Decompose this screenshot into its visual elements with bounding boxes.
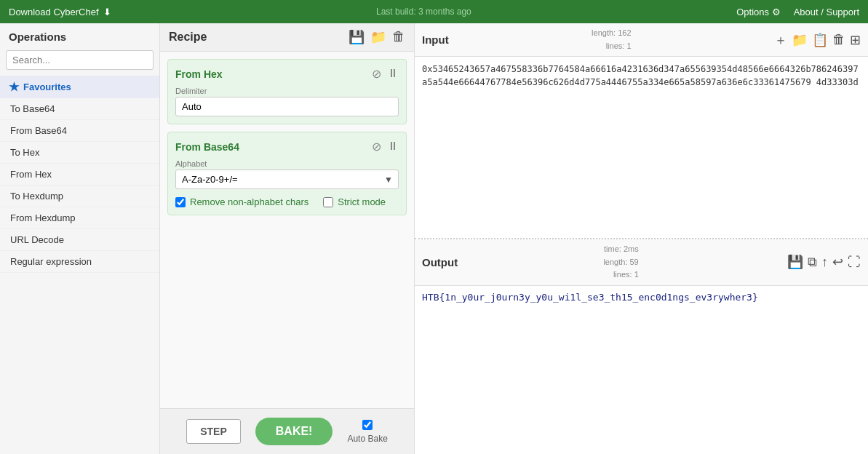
open-recipe-button[interactable]: 📁 bbox=[370, 29, 386, 45]
options-label: Options bbox=[736, 7, 769, 17]
favourites-label: Favourites bbox=[23, 81, 71, 92]
input-length-label: length: bbox=[592, 28, 616, 37]
auto-bake-checkbox[interactable] bbox=[362, 420, 373, 430]
recipe-panel: Recipe 💾 📁 🗑 From Hex ⊘ ⏸ Delimiter bbox=[160, 23, 415, 454]
input-lines-value: 1 bbox=[626, 41, 631, 50]
input-lines-label: lines: bbox=[606, 41, 625, 50]
input-toolbar: ＋ 📁 📋 🗑 ⊞ bbox=[774, 31, 861, 49]
build-info: Last build: 3 months ago bbox=[376, 7, 471, 17]
tabs-button[interactable]: ⊞ bbox=[850, 32, 861, 48]
paste-button[interactable]: 📋 bbox=[812, 32, 828, 48]
output-content: HTB{1n_y0ur_j0urn3y_y0u_wi1l_se3_th15_en… bbox=[415, 286, 868, 454]
from-base64-card: From Base64 ⊘ ⏸ Alphabet A-Za-z0-9+/= ▼ bbox=[167, 132, 407, 215]
output-time-value: 2ms bbox=[624, 244, 639, 253]
auto-bake-label: Auto Bake bbox=[347, 434, 387, 444]
output-title: Output bbox=[422, 256, 458, 268]
output-panel: Output time: 2ms length: 59 lines: 1 💾 ⧉… bbox=[415, 239, 868, 454]
output-lines-value: 1 bbox=[634, 270, 639, 279]
clear-recipe-button[interactable]: 🗑 bbox=[392, 29, 405, 45]
top-right-actions: Options ⚙ About / Support bbox=[736, 7, 859, 17]
replace-input-button[interactable]: ↑ bbox=[821, 255, 828, 270]
strict-mode-checkbox[interactable] bbox=[323, 197, 333, 207]
from-base64-title: From Base64 bbox=[175, 141, 239, 153]
download-icon: ⬇ bbox=[103, 7, 111, 17]
sidebar-item-to-hex[interactable]: To Hex bbox=[0, 142, 159, 164]
bake-button[interactable]: BAKE! bbox=[255, 418, 333, 445]
about-button[interactable]: About / Support bbox=[794, 7, 859, 17]
operations-header: Operations bbox=[0, 23, 159, 47]
output-time-label: time: bbox=[604, 244, 621, 253]
fullscreen-button[interactable]: ⛶ bbox=[848, 255, 861, 270]
disable-from-hex-button[interactable]: ⊘ bbox=[372, 67, 381, 81]
output-header: Output time: 2ms length: 59 lines: 1 💾 ⧉… bbox=[415, 239, 868, 286]
download-label[interactable]: Download CyberChef bbox=[9, 7, 99, 17]
input-header: Input length: 162 lines: 1 ＋ 📁 📋 🗑 ⊞ bbox=[415, 23, 868, 57]
main-layout: Operations ★ Favourites To Base64 From B… bbox=[0, 23, 868, 454]
sidebar-item-regular-expression[interactable]: Regular expression bbox=[0, 251, 159, 273]
from-hex-card-icons: ⊘ ⏸ bbox=[372, 67, 399, 81]
bake-row: STEP BAKE! Auto Bake bbox=[160, 408, 414, 454]
clear-input-button[interactable]: 🗑 bbox=[832, 32, 845, 47]
sidebar-item-to-base64[interactable]: To Base64 bbox=[0, 98, 159, 120]
recipe-scroll: From Hex ⊘ ⏸ Delimiter From Base64 ⊘ bbox=[160, 52, 414, 408]
top-bar: Download CyberChef ⬇ Last build: 3 month… bbox=[0, 0, 868, 23]
recipe-title: Recipe bbox=[169, 31, 207, 44]
delimiter-label: Delimiter bbox=[175, 87, 399, 95]
copy-output-button[interactable]: ⧉ bbox=[808, 255, 817, 270]
input-title: Input bbox=[422, 33, 449, 46]
save-output-button[interactable]: 💾 bbox=[787, 254, 803, 270]
undo-button[interactable]: ↩ bbox=[832, 254, 843, 270]
sidebar-item-from-hex[interactable]: From Hex bbox=[0, 164, 159, 186]
favourites-header: ★ Favourites bbox=[0, 76, 159, 98]
new-input-button[interactable]: ＋ bbox=[774, 31, 787, 49]
remove-nonalpha-label: Remove non-alphabet chars bbox=[190, 196, 308, 207]
alphabet-select[interactable]: A-Za-z0-9+/= bbox=[175, 170, 399, 189]
step-button[interactable]: STEP bbox=[186, 419, 241, 444]
pause-from-base64-button[interactable]: ⏸ bbox=[387, 140, 399, 154]
alphabet-field: Alphabet A-Za-z0-9+/= ▼ bbox=[175, 159, 399, 189]
alphabet-select-wrapper: A-Za-z0-9+/= ▼ bbox=[175, 170, 399, 189]
output-toolbar: 💾 ⧉ ↑ ↩ ⛶ bbox=[787, 254, 861, 270]
auto-bake-group: Auto Bake bbox=[347, 420, 387, 444]
download-section[interactable]: Download CyberChef ⬇ bbox=[9, 7, 111, 17]
disable-from-base64-button[interactable]: ⊘ bbox=[372, 140, 381, 154]
from-hex-card-header: From Hex ⊘ ⏸ bbox=[175, 67, 399, 81]
from-hex-title: From Hex bbox=[175, 68, 223, 80]
save-recipe-button[interactable]: 💾 bbox=[349, 29, 365, 45]
sidebar-item-from-hexdump[interactable]: From Hexdump bbox=[0, 207, 159, 229]
recipe-header: Recipe 💾 📁 🗑 bbox=[160, 23, 414, 52]
gear-icon: ⚙ bbox=[772, 7, 781, 17]
strict-mode-group: Strict mode bbox=[323, 196, 386, 207]
sidebar-item-from-base64[interactable]: From Base64 bbox=[0, 120, 159, 142]
delimiter-input[interactable] bbox=[175, 97, 399, 116]
input-panel: Input length: 162 lines: 1 ＋ 📁 📋 🗑 ⊞ bbox=[415, 23, 868, 239]
star-icon: ★ bbox=[9, 80, 19, 94]
remove-nonalpha-group: Remove non-alphabet chars bbox=[175, 196, 308, 207]
strict-mode-label: Strict mode bbox=[338, 196, 386, 207]
sidebar: Operations ★ Favourites To Base64 From B… bbox=[0, 23, 160, 454]
from-base64-card-icons: ⊘ ⏸ bbox=[372, 140, 399, 154]
output-lines-label: lines: bbox=[613, 270, 632, 279]
remove-nonalpha-checkbox[interactable] bbox=[175, 197, 186, 207]
sidebar-item-to-hexdump[interactable]: To Hexdump bbox=[0, 186, 159, 207]
output-meta: time: 2ms length: 59 lines: 1 bbox=[603, 243, 641, 282]
io-area: Input length: 162 lines: 1 ＋ 📁 📋 🗑 ⊞ bbox=[415, 23, 868, 454]
input-meta: length: 162 lines: 1 bbox=[592, 27, 631, 52]
pause-from-hex-button[interactable]: ⏸ bbox=[387, 67, 399, 81]
from-hex-card: From Hex ⊘ ⏸ Delimiter bbox=[167, 59, 407, 124]
sidebar-item-url-decode[interactable]: URL Decode bbox=[0, 229, 159, 251]
from-base64-card-header: From Base64 ⊘ ⏸ bbox=[175, 140, 399, 154]
input-content[interactable] bbox=[415, 57, 868, 238]
output-length-label: length: bbox=[603, 258, 627, 266]
open-file-button[interactable]: 📁 bbox=[792, 32, 808, 48]
search-input[interactable] bbox=[6, 50, 154, 70]
recipe-toolbar: 💾 📁 🗑 bbox=[349, 29, 405, 45]
output-length-value: 59 bbox=[630, 258, 639, 266]
input-length-value: 162 bbox=[618, 28, 631, 37]
alphabet-label: Alphabet bbox=[175, 159, 399, 168]
options-button[interactable]: Options ⚙ bbox=[736, 7, 780, 17]
delimiter-field: Delimiter bbox=[175, 87, 399, 116]
base64-options-row: Remove non-alphabet chars Strict mode bbox=[175, 196, 399, 207]
